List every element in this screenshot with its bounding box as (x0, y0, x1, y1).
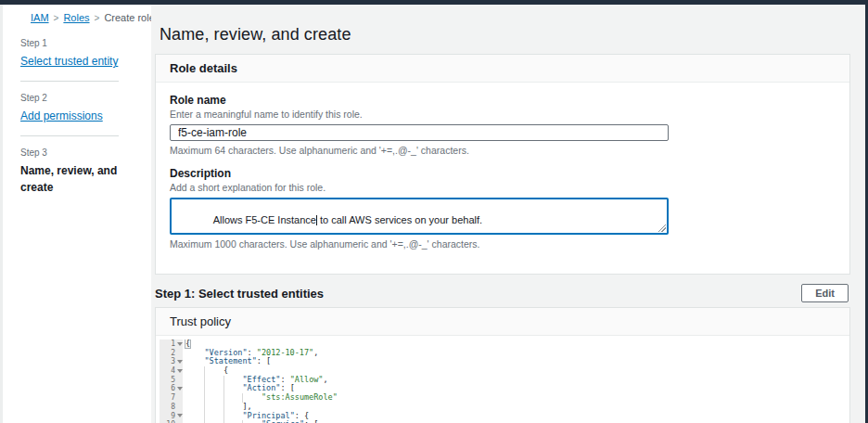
trust-policy-title: Trust policy (170, 314, 836, 328)
editor-line-number: 8 (160, 403, 183, 412)
trust-policy-editor[interactable]: 12345678910111213141516 { "Version": "20… (160, 340, 846, 423)
editor-line-number: 7 (160, 393, 183, 403)
sidebar-item-add-permissions[interactable]: Add permissions (20, 109, 103, 122)
trust-policy-card: Trust policy 12345678910111213141516 { "… (155, 307, 850, 423)
description-textarea[interactable]: Allows F5-CE Instance to call AWS servic… (170, 198, 669, 235)
editor-line-number: 4 (160, 366, 183, 376)
step-nav-item-1: Step 1 Select trusted entity (20, 38, 121, 69)
description-label: Description (170, 167, 836, 180)
sidebar-item-name-review-create: Name, review, and create (20, 164, 117, 194)
main-content: Name, review, and create Role details Ro… (151, 5, 868, 423)
breadcrumb-current: Create role (104, 12, 154, 23)
edit-button[interactable]: Edit (801, 284, 849, 302)
editor-code-line: "Statement": [ (185, 357, 846, 366)
breadcrumb-separator-icon: > (95, 13, 100, 23)
editor-code-line: "sts:AssumeRole" (185, 393, 846, 403)
page-layout: IAM>Roles>Create role Step 1 Select trus… (0, 0, 868, 423)
console-top-bar (0, 0, 868, 5)
description-text: Allows F5-CE Instance to call AWS servic… (213, 214, 482, 225)
role-name-constraint: Maximum 64 characters. Use alphanumeric … (170, 145, 836, 156)
step-number-label: Step 2 (20, 93, 121, 103)
step-nav: Step 1 Select trusted entity Step 2 Add … (20, 38, 121, 195)
step-divider (20, 81, 119, 82)
role-details-body: Role name Enter a meaningful name to ide… (156, 83, 849, 274)
step-number-label: Step 1 (20, 38, 121, 48)
description-hint: Add a short explanation for this role. (170, 182, 836, 193)
step1-review-row: Step 1: Select trusted entities Edit (155, 284, 850, 302)
editor-line-number: 1 (160, 340, 183, 349)
step-nav-item-2: Step 2 Add permissions (20, 93, 121, 123)
editor-line-number: 5 (160, 376, 183, 385)
breadcrumb: IAM>Roles>Create role (31, 12, 151, 23)
breadcrumb-link-roles[interactable]: Roles (63, 12, 89, 23)
role-details-header: Role details (156, 55, 849, 83)
role-details-title: Role details (170, 61, 836, 75)
role-name-hint: Enter a meaningful name to identify this… (170, 109, 836, 120)
page-title: Name, review, and create (160, 25, 868, 45)
role-details-card: Role details Role name Enter a meaningfu… (155, 54, 850, 275)
editor-line-number: 9 (160, 412, 183, 421)
editor-code-area[interactable]: { "Version": "2012-10-17", "Statement": … (183, 340, 846, 423)
step1-review-title: Step 1: Select trusted entities (155, 287, 324, 301)
steps-sidebar: IAM>Roles>Create role Step 1 Select trus… (0, 5, 151, 423)
trust-policy-header: Trust policy (156, 308, 849, 336)
breadcrumb-link-iam[interactable]: IAM (31, 12, 49, 23)
breadcrumb-separator-icon: > (54, 13, 59, 23)
role-name-input[interactable] (170, 124, 669, 141)
iam-create-role-screen: IAM>Roles>Create role Step 1 Select trus… (0, 0, 868, 423)
step-nav-item-3: Step 3 Name, review, and create (20, 147, 121, 195)
role-name-label: Role name (170, 94, 836, 107)
sidebar-item-select-trusted-entity[interactable]: Select trusted entity (20, 55, 118, 68)
editor-code-line: "Version": "2012-10-17", (185, 349, 846, 358)
step-number-label: Step 3 (20, 147, 121, 158)
editor-line-number: 2 (160, 349, 183, 358)
step-divider (20, 135, 119, 136)
editor-line-number-gutter[interactable]: 12345678910111213141516 (160, 340, 183, 423)
editor-line-number: 3 (160, 357, 183, 366)
resize-handle-icon[interactable] (658, 224, 666, 232)
editor-line-number: 6 (160, 384, 183, 393)
description-constraint: Maximum 1000 characters. Use alphanumeri… (170, 238, 836, 250)
